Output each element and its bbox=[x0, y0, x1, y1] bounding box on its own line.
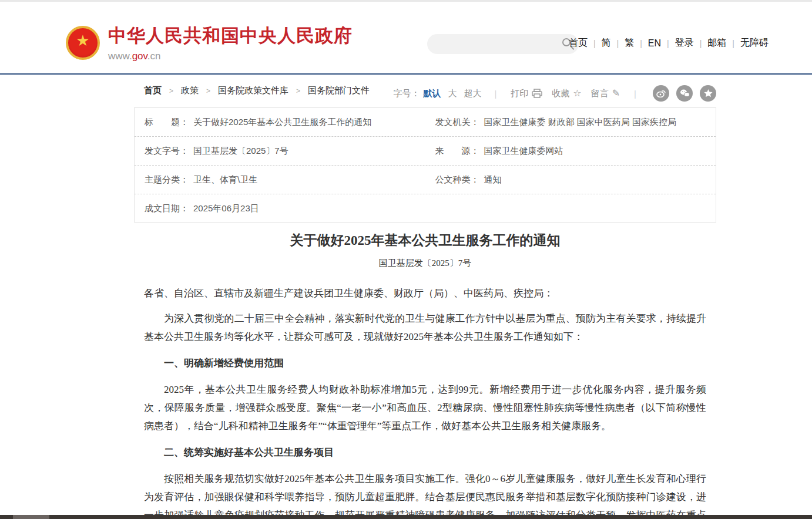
meta-value: 关于做好2025年基本公共卫生服务工作的通知 bbox=[193, 117, 371, 128]
breadcrumb: 首页 > 政策 > 国务院政策文件库 > 国务院部门文件 bbox=[144, 85, 370, 96]
font-size-large-button[interactable]: 大 bbox=[448, 88, 457, 99]
horizontal-scrollbar[interactable] bbox=[0, 515, 812, 519]
meta-label: 标 题： bbox=[145, 117, 189, 128]
qzone-star-icon[interactable] bbox=[700, 85, 716, 102]
site-logo[interactable]: ★ 中华人民共和国中央人民政府 www.gov.cn bbox=[66, 23, 353, 62]
printer-icon bbox=[532, 89, 542, 98]
meta-label: 公文种类： bbox=[435, 174, 479, 186]
font-size-default-button[interactable]: 默认 bbox=[423, 88, 441, 99]
paragraph: 2025年，基本公共卫生服务经费人均财政补助标准增加5元，达到99元。新增经费用… bbox=[144, 380, 706, 435]
nav-separator: | bbox=[732, 39, 734, 48]
section-heading-2: 二、统筹实施好基本公共卫生服务项目 bbox=[144, 443, 706, 461]
top-nav: 首页| 简| 繁| EN| 登录| 邮箱| 无障碍 bbox=[569, 37, 769, 49]
font-size-xlarge-button[interactable]: 超大 bbox=[464, 88, 481, 99]
meta-title: 标 题： 关于做好2025年基本公共卫生服务工作的通知 bbox=[135, 117, 425, 128]
comment-button[interactable]: 留言 ✎ bbox=[591, 88, 620, 99]
table-row: 标 题： 关于做好2025年基本公共卫生服务工作的通知 发文机关： 国家卫生健康… bbox=[135, 108, 716, 137]
font-size-label: 字号： bbox=[393, 88, 420, 99]
table-row: 发文字号： 国卫基层发〔2025〕7号 来 源： 国家卫生健康委网站 bbox=[135, 137, 716, 166]
meta-label: 来 源： bbox=[435, 146, 479, 157]
weibo-icon[interactable] bbox=[653, 85, 669, 102]
toolbar-separator: | bbox=[634, 89, 636, 99]
meta-value: 2025年06月23日 bbox=[193, 203, 259, 214]
table-row: 主题分类： 卫生、体育\卫生 公文种类： 通知 bbox=[135, 166, 716, 194]
document-meta-table: 标 题： 关于做好2025年基本公共卫生服务工作的通知 发文机关： 国家卫生健康… bbox=[134, 107, 716, 223]
header-divider bbox=[0, 73, 812, 75]
meta-issuing-agency: 发文机关： 国家卫生健康委 财政部 国家中医药局 国家疾控局 bbox=[425, 117, 716, 128]
breadcrumb-home[interactable]: 首页 bbox=[144, 85, 162, 96]
nav-separator: | bbox=[667, 39, 669, 48]
paragraph: 为深入贯彻党的二十届三中全会精神，落实新时代党的卫生与健康工作方针中以基层为重点… bbox=[144, 309, 706, 346]
nav-separator: | bbox=[593, 39, 596, 48]
url-www: www. bbox=[108, 50, 132, 62]
wechat-icon[interactable] bbox=[676, 85, 693, 102]
meta-date: 成文日期： 2025年06月23日 bbox=[135, 203, 425, 214]
breadcrumb-department-docs[interactable]: 国务院部门文件 bbox=[308, 85, 370, 96]
search-input[interactable] bbox=[437, 34, 554, 54]
meta-value: 国家卫生健康委 财政部 国家中医药局 国家疾控局 bbox=[484, 117, 677, 128]
pencil-icon: ✎ bbox=[612, 89, 620, 98]
nav-traditional[interactable]: 繁 bbox=[625, 37, 634, 49]
page-title: 关于做好2025年基本公共卫生服务工作的通知 bbox=[134, 231, 716, 250]
meta-value: 通知 bbox=[484, 174, 502, 186]
nav-simplified[interactable]: 简 bbox=[602, 37, 611, 49]
nav-separator: | bbox=[617, 39, 619, 48]
meta-value: 卫生、体育\卫生 bbox=[193, 174, 257, 186]
meta-value: 国家卫生健康委网站 bbox=[484, 146, 563, 157]
toolbar-separator: | bbox=[494, 89, 496, 99]
paragraph: 按照相关服务规范切实做好2025年基本公共卫生服务项目实施工作。强化0～6岁儿童… bbox=[144, 470, 706, 519]
chevron-right-icon: > bbox=[169, 87, 173, 95]
national-emblem-icon: ★ bbox=[66, 26, 100, 60]
search-box[interactable] bbox=[427, 34, 579, 54]
url-cn: .cn bbox=[147, 50, 161, 62]
breadcrumb-policy[interactable]: 政策 bbox=[181, 85, 199, 96]
site-url: www.gov.cn bbox=[108, 50, 353, 62]
scrollbar-thumb[interactable] bbox=[13, 515, 49, 519]
meta-label: 成文日期： bbox=[145, 203, 189, 214]
site-title: 中华人民共和国中央人民政府 bbox=[108, 23, 353, 48]
doc-body: 各省、自治区、直辖市及新疆生产建设兵团卫生健康委、财政厅（局）、中医药局、疾控局… bbox=[134, 284, 716, 519]
meta-doc-number: 发文字号： 国卫基层发〔2025〕7号 bbox=[135, 146, 425, 157]
comment-label: 留言 bbox=[591, 88, 609, 99]
url-gov: gov bbox=[132, 50, 147, 62]
meta-label: 主题分类： bbox=[145, 174, 189, 186]
nav-english[interactable]: EN bbox=[648, 38, 661, 49]
nav-mail[interactable]: 邮箱 bbox=[707, 37, 726, 49]
document-content: 关于做好2025年基本公共卫生服务工作的通知 国卫基层发〔2025〕7号 各省、… bbox=[134, 231, 716, 519]
nav-home[interactable]: 首页 bbox=[569, 37, 588, 49]
nav-login[interactable]: 登录 bbox=[675, 37, 694, 49]
paragraph-salutation: 各省、自治区、直辖市及新疆生产建设兵团卫生健康委、财政厅（局）、中医药局、疾控局… bbox=[144, 284, 706, 302]
meta-source: 来 源： 国家卫生健康委网站 bbox=[425, 146, 716, 157]
share-buttons bbox=[646, 85, 716, 102]
chevron-right-icon: > bbox=[206, 87, 210, 95]
print-label: 打印 bbox=[511, 88, 528, 99]
favorite-button[interactable]: 收藏 ☆ bbox=[552, 88, 581, 99]
nav-separator: | bbox=[700, 39, 702, 48]
star-outline-icon: ☆ bbox=[573, 89, 581, 98]
meta-topic-category: 主题分类： 卫生、体育\卫生 bbox=[135, 174, 425, 186]
meta-label: 发文机关： bbox=[435, 117, 479, 128]
meta-doc-type: 公文种类： 通知 bbox=[425, 174, 716, 186]
meta-label: 发文字号： bbox=[145, 146, 189, 157]
print-button[interactable]: 打印 bbox=[511, 88, 542, 99]
meta-value: 国卫基层发〔2025〕7号 bbox=[193, 146, 288, 157]
nav-accessibility[interactable]: 无障碍 bbox=[740, 37, 769, 49]
site-header: ★ 中华人民共和国中央人民政府 www.gov.cn 首页| 简| 繁| EN|… bbox=[0, 2, 812, 73]
star-icon: ★ bbox=[76, 33, 89, 48]
section-heading-1: 一、明确新增经费使用范围 bbox=[144, 354, 706, 372]
chevron-right-icon: > bbox=[296, 87, 300, 95]
toolbar: 字号： 默认 大 超大 | 打印 收藏 ☆ 留言 bbox=[393, 85, 716, 102]
table-row: 成文日期： 2025年06月23日 bbox=[135, 194, 716, 223]
doc-number: 国卫基层发〔2025〕7号 bbox=[134, 258, 716, 269]
breadcrumb-toolbar-row: 首页 > 政策 > 国务院政策文件库 > 国务院部门文件 字号： 默认 大 超大… bbox=[134, 85, 716, 99]
page: ★ 中华人民共和国中央人民政府 www.gov.cn 首页| 简| 繁| EN|… bbox=[0, 0, 812, 519]
logo-text: 中华人民共和国中央人民政府 www.gov.cn bbox=[108, 23, 353, 62]
favorite-label: 收藏 bbox=[552, 88, 569, 99]
nav-separator: | bbox=[640, 39, 642, 48]
breadcrumb-policy-library[interactable]: 国务院政策文件库 bbox=[218, 85, 288, 96]
